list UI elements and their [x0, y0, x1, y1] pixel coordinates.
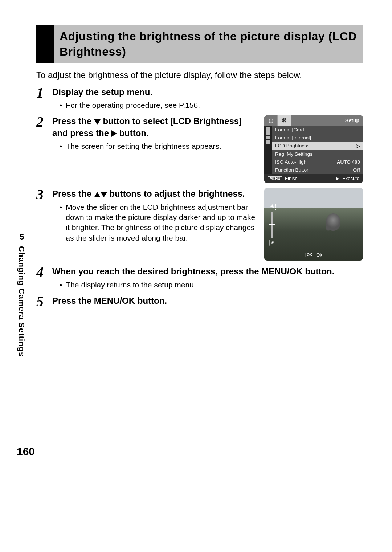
step-5: 5 Press the MENU/OK button. — [36, 295, 363, 309]
step-title: When you reach the desired brightness, p… — [52, 266, 363, 277]
chapter-title: Changing Camera Settings — [17, 246, 26, 357]
row-label: Reg. My Settings — [275, 151, 313, 157]
menu-box-icon: MENU — [268, 176, 282, 181]
bullet-text: For the operating procedure, see P.156. — [66, 100, 363, 110]
side-tab: 5 Changing Camera Settings — [17, 232, 27, 357]
row-label: Format [Internal] — [275, 135, 311, 140]
step-number: 4 — [36, 265, 52, 279]
step-title-part: buttons to adjust the brightness. — [107, 189, 245, 199]
section-title: Adjusting the brightness of the picture … — [54, 25, 363, 63]
finish-label: Finish — [285, 176, 298, 181]
setup-tab-label: Setup — [291, 115, 363, 126]
brightness-slider: ☀ ☀ — [268, 203, 277, 246]
step-number: 1 — [36, 86, 52, 100]
slider-track — [271, 212, 273, 238]
setup-rows: Format [Card] Format [Internal] LCD Brig… — [272, 126, 363, 174]
step-title: Press the button to select [LCD Brightne… — [52, 115, 256, 139]
step-title-part: Press the — [52, 116, 94, 126]
setup-row: Reg. My Settings — [272, 150, 363, 158]
step-title: Press the MENU/OK button. — [52, 295, 363, 307]
step-number: 2 — [36, 115, 52, 129]
row-value: ▷ — [356, 143, 360, 149]
chapter-number: 5 — [17, 232, 27, 242]
sun-bright-icon: ☀ — [269, 203, 276, 210]
step-title-part: Press the — [52, 189, 94, 199]
execute-label: Execute — [342, 176, 359, 181]
setup-row: ISO Auto-High AUTO 400 — [272, 158, 363, 166]
step-2: 2 Press the button to select [LCD Bright… — [36, 115, 363, 183]
ok-label: Ok — [316, 252, 322, 258]
row-label: Function Button — [275, 167, 310, 173]
row-label: ISO Auto-High — [275, 159, 306, 165]
sun-dim-icon: ☀ — [269, 240, 275, 246]
header-black-bar — [36, 25, 54, 63]
manual-page: 5 Changing Camera Settings 160 Adjusting… — [0, 0, 392, 552]
bullet: Move the slider on the LCD brightness ad… — [60, 202, 256, 243]
play-icon: ▶ — [336, 176, 339, 181]
intro-text: To adjust the brightness of the picture … — [36, 69, 363, 81]
step-number: 3 — [36, 187, 52, 202]
setup-row-selected: LCD Brightness ▷ — [272, 142, 363, 150]
setup-row: Function Button Off — [272, 166, 363, 174]
down-icon — [94, 119, 101, 125]
step-number: 5 — [36, 294, 52, 309]
right-icon — [111, 130, 117, 137]
bullet-text: The display returns to the setup menu. — [66, 280, 363, 290]
step-title-part: button. — [117, 128, 149, 138]
page-number: 160 — [17, 445, 35, 458]
up-icon — [94, 192, 101, 197]
bullet-text: Move the slider on the LCD brightness ad… — [66, 202, 256, 243]
bullet: The screen for setting the brightness ap… — [60, 141, 256, 151]
brightness-screenshot: ☀ ☀ OK Ok — [264, 188, 363, 261]
bullet: For the operating procedure, see P.156. — [60, 100, 363, 110]
camera-tab-icon: ▢ — [264, 115, 278, 126]
step-4: 4 When you reach the desired brightness,… — [36, 266, 363, 290]
down-icon — [101, 192, 107, 197]
step-3: 3 Press the buttons to adjust the bright… — [36, 188, 363, 261]
setup-row: Format [Internal] — [272, 134, 363, 142]
setup-menu-screenshot: ▢ 🛠 Setup Format [Card] — [264, 115, 363, 183]
setup-tabs: ▢ 🛠 Setup — [264, 115, 363, 126]
row-value: Off — [353, 167, 360, 173]
tools-tab-icon: 🛠 — [278, 115, 291, 126]
row-label: LCD Brightness — [275, 143, 310, 149]
steps: 1 Display the setup menu. For the operat… — [36, 86, 363, 309]
bullet: The display returns to the setup menu. — [60, 280, 363, 290]
ok-hint: OK Ok — [305, 252, 322, 258]
row-label: Format [Card] — [275, 127, 305, 132]
ok-box-icon: OK — [305, 253, 314, 257]
row-value: AUTO 400 — [337, 159, 360, 165]
step-1: 1 Display the setup menu. For the operat… — [36, 86, 363, 111]
step-title: Press the buttons to adjust the brightne… — [52, 188, 256, 200]
setup-thumbs — [264, 126, 272, 174]
setup-row: Format [Card] — [272, 126, 363, 134]
bullet-text: The screen for setting the brightness ap… — [66, 141, 256, 151]
setup-footer: MENU Finish ▶ Execute — [264, 174, 363, 183]
section-header: Adjusting the brightness of the picture … — [36, 25, 363, 63]
step-title: Display the setup menu. — [52, 86, 363, 98]
balloon-image — [326, 213, 340, 231]
